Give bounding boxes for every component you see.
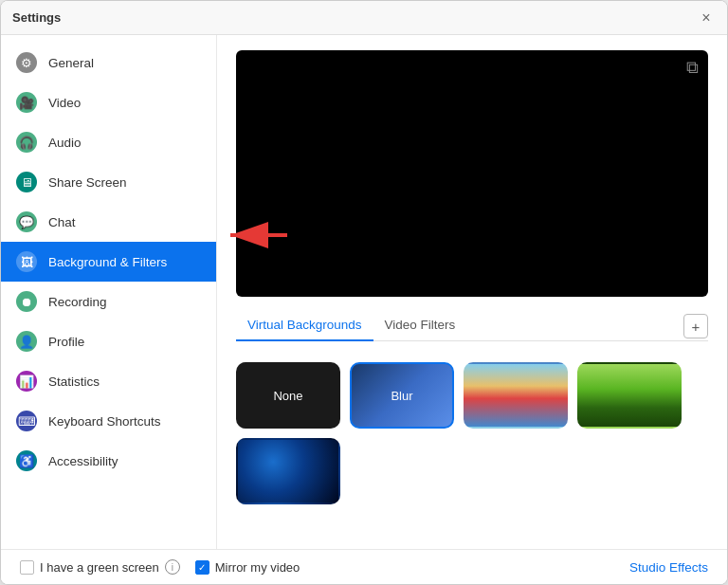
sidebar-item-video[interactable]: 🎥 Video bbox=[1, 82, 216, 122]
video-preview: ⧉ bbox=[236, 50, 708, 297]
settings-window: Settings × ⚙ General 🎥 Video 🎧 Audio 🖥 S… bbox=[0, 0, 728, 585]
background-filters-label: Background & Filters bbox=[48, 255, 167, 269]
audio-label: Audio bbox=[48, 136, 82, 150]
sidebar: ⚙ General 🎥 Video 🎧 Audio 🖥 Share Screen… bbox=[1, 35, 217, 549]
sidebar-item-accessibility[interactable]: ♿ Accessibility bbox=[1, 441, 216, 481]
bg-item-blur[interactable]: Blur bbox=[350, 362, 454, 429]
window-title: Settings bbox=[12, 10, 61, 25]
recording-icon: ⏺ bbox=[16, 291, 37, 312]
bg-label-blur: Blur bbox=[391, 389, 412, 403]
tabs-row: Virtual BackgroundsVideo Filters+ bbox=[236, 312, 708, 341]
close-button[interactable]: × bbox=[697, 9, 716, 27]
sidebar-item-profile[interactable]: 👤 Profile bbox=[1, 321, 216, 361]
sidebar-item-keyboard-shortcuts[interactable]: ⌨ Keyboard Shortcuts bbox=[1, 401, 216, 441]
mirror-video-label: Mirror my video bbox=[215, 560, 300, 575]
main-content: ⧉ Virtual BackgroundsVideo Filters+ None… bbox=[217, 35, 727, 549]
sidebar-item-share-screen[interactable]: 🖥 Share Screen bbox=[1, 162, 216, 202]
general-icon: ⚙ bbox=[16, 52, 37, 73]
sidebar-item-statistics[interactable]: 📊 Statistics bbox=[1, 361, 216, 401]
bg-item-earth[interactable] bbox=[236, 438, 340, 504]
title-bar: Settings × bbox=[1, 1, 727, 35]
sidebar-item-recording[interactable]: ⏺ Recording bbox=[1, 282, 216, 321]
recording-label: Recording bbox=[48, 295, 107, 309]
background-filters-icon: 🖼 bbox=[16, 251, 37, 272]
add-background-button[interactable]: + bbox=[683, 314, 708, 338]
share-screen-icon: 🖥 bbox=[16, 172, 37, 192]
profile-icon: 👤 bbox=[16, 331, 37, 352]
video-label: Video bbox=[48, 96, 81, 110]
video-icon: 🎥 bbox=[16, 92, 37, 113]
keyboard-shortcuts-icon: ⌨ bbox=[16, 411, 37, 431]
green-screen-label: I have a green screen bbox=[40, 560, 159, 575]
accessibility-label: Accessibility bbox=[48, 454, 118, 468]
backgrounds-grid: NoneBlur bbox=[236, 362, 708, 504]
sidebar-item-audio[interactable]: 🎧 Audio bbox=[1, 122, 216, 162]
bg-item-bridge[interactable] bbox=[464, 362, 568, 429]
bg-item-grass[interactable] bbox=[577, 362, 682, 429]
bottom-bar: I have a green screen i ✓ Mirror my vide… bbox=[1, 549, 727, 584]
statistics-icon: 📊 bbox=[16, 371, 37, 392]
profile-label: Profile bbox=[48, 335, 84, 349]
audio-icon: 🎧 bbox=[16, 132, 37, 153]
sidebar-item-chat[interactable]: 💬 Chat bbox=[1, 202, 216, 242]
green-screen-checkbox[interactable] bbox=[20, 560, 34, 575]
mirror-video-option[interactable]: ✓ Mirror my video bbox=[195, 560, 300, 575]
chat-label: Chat bbox=[48, 215, 76, 229]
sidebar-item-general[interactable]: ⚙ General bbox=[1, 43, 216, 82]
statistics-label: Statistics bbox=[48, 375, 100, 389]
green-screen-option[interactable]: I have a green screen i bbox=[20, 559, 180, 575]
general-label: General bbox=[48, 56, 94, 70]
chat-icon: 💬 bbox=[16, 211, 37, 232]
bg-item-none[interactable]: None bbox=[236, 362, 340, 429]
info-icon[interactable]: i bbox=[165, 559, 180, 575]
bg-label-none: None bbox=[273, 389, 302, 403]
accessibility-icon: ♿ bbox=[16, 450, 37, 471]
mirror-video-checkbox[interactable]: ✓ bbox=[195, 560, 209, 575]
keyboard-shortcuts-label: Keyboard Shortcuts bbox=[48, 414, 161, 429]
content-area: ⚙ General 🎥 Video 🎧 Audio 🖥 Share Screen… bbox=[1, 35, 727, 549]
studio-effects-link[interactable]: Studio Effects bbox=[629, 560, 708, 575]
share-screen-label: Share Screen bbox=[48, 175, 127, 190]
fullscreen-icon[interactable]: ⧉ bbox=[686, 58, 699, 78]
sidebar-item-background-filters[interactable]: 🖼 Background & Filters bbox=[1, 242, 216, 282]
tab-video-filters[interactable]: Video Filters bbox=[373, 312, 467, 341]
tab-virtual-backgrounds[interactable]: Virtual Backgrounds bbox=[236, 312, 373, 341]
